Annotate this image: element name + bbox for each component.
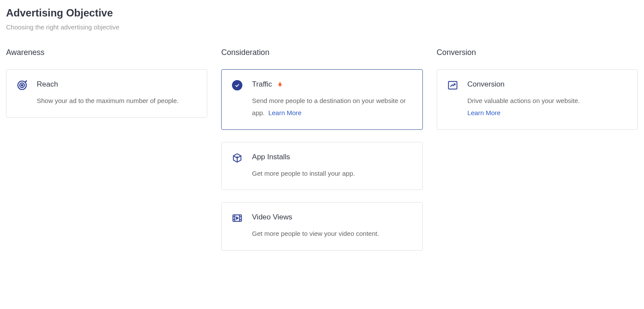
card-title-conversion: Conversion [467, 80, 505, 89]
page-title: Advertising Objective [6, 7, 638, 19]
card-reach[interactable]: Reach Show your ad to the maximum number… [6, 69, 207, 118]
cube-icon [231, 152, 243, 164]
column-title-awareness: Awareness [6, 48, 207, 57]
svg-point-2 [21, 84, 23, 86]
card-conversion[interactable]: Conversion Drive valuable actions on you… [437, 69, 638, 130]
card-app-installs[interactable]: App Installs Get more people to install … [221, 142, 422, 190]
card-desc-traffic: Send more people to a destination on you… [252, 95, 412, 119]
card-desc-app-installs: Get more people to install your app. [252, 167, 412, 180]
card-traffic[interactable]: Traffic Send more people to a destinatio… [221, 69, 422, 130]
column-title-conversion: Conversion [437, 48, 638, 57]
target-icon [16, 79, 28, 91]
column-title-consideration: Consideration [221, 48, 422, 57]
film-icon [231, 212, 243, 224]
fire-icon [277, 81, 283, 88]
card-video-views[interactable]: Video Views Get more people to view your… [221, 202, 422, 251]
columns-container: Awareness Reach Show your ad to the maxi… [6, 48, 638, 251]
card-desc-conversion: Drive valuable actions on your website. … [467, 95, 627, 119]
learn-more-conversion[interactable]: Learn More [467, 109, 501, 116]
card-desc-video-views: Get more people to view your video conte… [252, 228, 412, 240]
page-subtitle: Choosing the right advertising objective [6, 23, 638, 31]
trend-up-icon [447, 79, 459, 91]
card-title-traffic: Traffic [252, 80, 272, 89]
card-title-video-views: Video Views [252, 213, 292, 222]
check-circle-icon [231, 79, 243, 91]
column-conversion: Conversion Conversion Drive valuable act… [437, 48, 638, 251]
card-title-reach: Reach [37, 80, 58, 89]
column-awareness: Awareness Reach Show your ad to the maxi… [6, 48, 207, 251]
card-title-app-installs: App Installs [252, 153, 290, 161]
card-desc-reach: Show your ad to the maximum number of pe… [37, 95, 196, 107]
column-consideration: Consideration Traffic [221, 48, 422, 251]
learn-more-traffic[interactable]: Learn More [268, 109, 302, 116]
